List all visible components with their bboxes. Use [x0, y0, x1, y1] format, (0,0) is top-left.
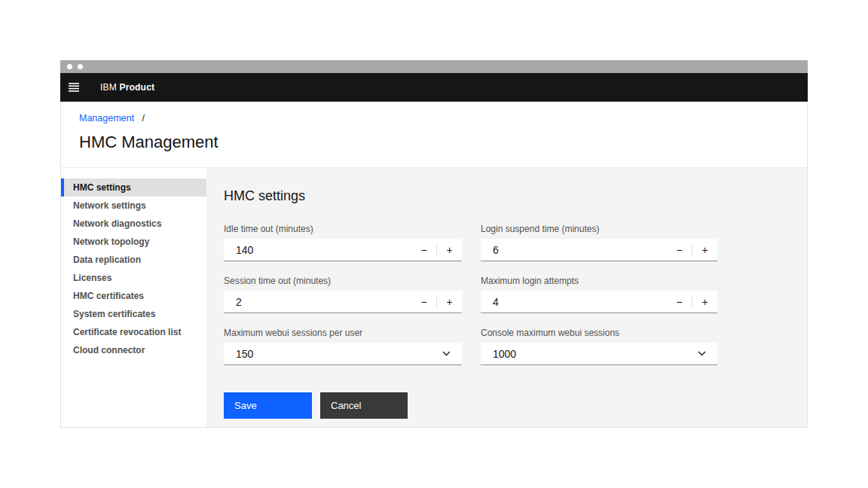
form-actions: Save Cancel: [224, 392, 789, 419]
breadcrumb-link-management[interactable]: Management: [79, 113, 134, 124]
max-webui-sessions-per-user-dropdown[interactable]: 150: [224, 343, 462, 365]
idle-time-out-number-input[interactable]: 140 − +: [224, 239, 462, 261]
window-titlebar: [60, 60, 808, 73]
sidebar-item-certificate-revocation-list[interactable]: Certificate revocation list: [61, 323, 206, 341]
decrement-button[interactable]: −: [667, 291, 692, 313]
brand-logo: IBM Product: [100, 82, 154, 93]
sidebar-item-system-certificates[interactable]: System certificates: [61, 305, 206, 323]
app-header: IBM Product: [60, 73, 808, 102]
field-console-max-webui-sessions: Console maximum webui sessions 1000: [481, 328, 717, 365]
settings-form: Idle time out (minutes) 140 − + Login su…: [224, 224, 789, 365]
decrement-button[interactable]: −: [411, 239, 436, 261]
field-label-max-webui-sessions-per-user: Maximum webui sessions per user: [224, 328, 462, 338]
chevron-down-icon: [698, 351, 717, 356]
field-label-session-time-out: Session time out (minutes): [224, 276, 462, 286]
login-suspend-time-value: 6: [481, 244, 499, 256]
console-max-webui-sessions-value: 1000: [481, 348, 516, 360]
field-label-console-max-webui-sessions: Console maximum webui sessions: [481, 328, 717, 338]
field-session-time-out: Session time out (minutes) 2 − +: [224, 276, 462, 313]
breadcrumb-separator: /: [142, 113, 144, 124]
field-max-webui-sessions-per-user: Maximum webui sessions per user 150: [224, 328, 462, 365]
increment-button[interactable]: +: [692, 291, 717, 313]
page-title: HMC Management: [79, 133, 807, 152]
sidebar-item-network-settings[interactable]: Network settings: [61, 197, 206, 215]
field-idle-time-out: Idle time out (minutes) 140 − +: [224, 224, 462, 261]
max-webui-sessions-per-user-value: 150: [224, 348, 253, 360]
save-button[interactable]: Save: [224, 392, 312, 419]
hamburger-menu-icon[interactable]: [69, 73, 93, 102]
cancel-button[interactable]: Cancel: [320, 392, 408, 419]
breadcrumb: Management /: [79, 113, 807, 124]
sidebar-item-cloud-connector[interactable]: Cloud connector: [61, 341, 206, 359]
maximum-login-attempts-number-input[interactable]: 4 − +: [481, 291, 717, 313]
hamburger-menu-glyph: [69, 83, 79, 92]
console-max-webui-sessions-dropdown[interactable]: 1000: [481, 343, 717, 365]
sidebar-item-licenses[interactable]: Licenses: [61, 269, 206, 287]
decrement-button[interactable]: −: [411, 291, 436, 313]
number-stepper: − +: [411, 239, 462, 261]
page-body: HMC settings Network settings Network di…: [61, 168, 807, 427]
brand-name: Product: [119, 82, 154, 93]
field-label-maximum-login-attempts: Maximum login attempts: [481, 276, 717, 286]
session-time-out-number-input[interactable]: 2 − +: [224, 291, 462, 313]
field-maximum-login-attempts: Maximum login attempts 4 − +: [481, 276, 717, 313]
session-time-out-value: 2: [224, 296, 242, 308]
field-label-idle-time-out: Idle time out (minutes): [224, 224, 462, 234]
chevron-down-icon: [442, 351, 462, 356]
sidebar-item-hmc-settings[interactable]: HMC settings: [61, 178, 206, 197]
increment-button[interactable]: +: [437, 291, 462, 313]
brand-prefix: IBM: [100, 82, 117, 93]
settings-sidebar: HMC settings Network settings Network di…: [61, 168, 206, 427]
decrement-button[interactable]: −: [667, 239, 692, 261]
window-control-dot[interactable]: [78, 64, 83, 69]
maximum-login-attempts-value: 4: [481, 296, 499, 308]
number-stepper: − +: [411, 291, 462, 313]
number-stepper: − +: [667, 291, 717, 313]
idle-time-out-value: 140: [224, 244, 253, 256]
content-heading: HMC settings: [224, 188, 789, 204]
sidebar-item-network-topology[interactable]: Network topology: [61, 233, 206, 251]
sidebar-item-hmc-certificates[interactable]: HMC certificates: [61, 287, 206, 305]
app-window: IBM Product Management / HMC Management …: [60, 60, 808, 428]
window-control-dot[interactable]: [67, 64, 72, 69]
settings-content: HMC settings Idle time out (minutes) 140…: [206, 168, 807, 427]
title-section: Management / HMC Management: [61, 102, 807, 168]
number-stepper: − +: [667, 239, 717, 261]
sidebar-item-network-diagnostics[interactable]: Network diagnostics: [61, 215, 206, 233]
login-suspend-time-number-input[interactable]: 6 − +: [481, 239, 717, 261]
field-label-login-suspend-time: Login suspend time (minutes): [481, 224, 717, 234]
increment-button[interactable]: +: [692, 239, 717, 261]
increment-button[interactable]: +: [437, 239, 462, 261]
field-login-suspend-time: Login suspend time (minutes) 6 − +: [481, 224, 717, 261]
sidebar-item-data-replication[interactable]: Data replication: [61, 251, 206, 269]
